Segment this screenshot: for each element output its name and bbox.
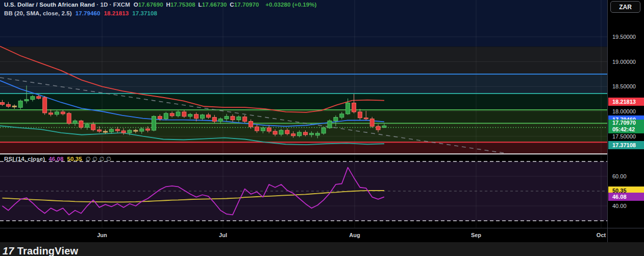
candle-body <box>304 132 308 135</box>
candle-body <box>12 106 16 107</box>
chart-canvas[interactable] <box>0 0 644 228</box>
bb-legend-row[interactable]: BB (20, SMA, close, 2.5)17.7946018.21813… <box>4 10 157 16</box>
candle-body <box>24 100 29 101</box>
rsi-params: (14, close) <box>16 156 45 162</box>
candle-body <box>85 124 89 127</box>
candle-body <box>273 131 277 134</box>
bb-upper-price-label: 18.21813 <box>608 98 644 106</box>
rsi-value-axis-label: 46.08 <box>608 193 644 201</box>
candle-body <box>6 104 10 106</box>
candle-body <box>334 118 338 121</box>
price-tick: 17.50000 <box>608 133 644 139</box>
candle-body <box>261 128 265 131</box>
price-axis[interactable]: 19.5000019.0000018.5000018.0000017.50000… <box>607 0 644 228</box>
candle-body <box>109 129 113 132</box>
time-label-jul: Jul <box>219 232 227 238</box>
rsi-tick: 40.00 <box>608 203 644 210</box>
bb-basis-value: 17.79460 <box>76 10 101 16</box>
symbol-legend-row[interactable]: U.S. Dollar / South African Rand · 1D · … <box>4 2 316 8</box>
candle-body <box>115 129 119 131</box>
bb-upper-value: 18.21813 <box>104 10 129 16</box>
bottom-toolbar: 17 TradingView <box>0 242 644 256</box>
candle-body <box>298 132 302 136</box>
candle-body <box>364 118 368 119</box>
ohlc-values: O17.67690 H17.75308 L17.66730 C17.70970 <box>134 2 262 8</box>
change-value: +0.03280 (+0.19%) <box>265 2 316 8</box>
symbol-title: U.S. Dollar / South African Rand <box>4 2 95 8</box>
candle-body <box>43 98 47 113</box>
time-label-sep: Sep <box>471 232 481 238</box>
candle-body <box>218 119 222 122</box>
bb-params: (20, SMA, close, 2.5) <box>14 10 72 16</box>
candle-body <box>91 124 95 130</box>
time-axis[interactable]: JunJulAugSepOct <box>0 228 644 242</box>
price-zone-2 <box>0 74 607 94</box>
rsi-tick: 60.00 <box>608 173 644 180</box>
candle-body <box>358 112 362 118</box>
candle-body <box>315 133 319 135</box>
candle-body <box>291 134 295 136</box>
candle-body <box>128 130 132 133</box>
candle-body <box>243 117 247 122</box>
candle-body <box>18 101 22 108</box>
candle-body <box>321 128 326 133</box>
candle-body <box>55 112 59 114</box>
price-zone-6 <box>0 142 607 154</box>
candle-body <box>206 115 210 118</box>
candle-body <box>267 128 271 131</box>
tradingview-logo-text: TradingView <box>17 245 79 256</box>
last-price-label: 17.7097005:42:42 <box>608 120 644 133</box>
candle-body <box>61 112 65 114</box>
rsi-value: 46.08 <box>48 156 63 162</box>
candle-body <box>285 130 289 134</box>
candle-body <box>194 114 199 119</box>
candle-body <box>249 121 253 127</box>
rsi-name: RSI <box>4 156 14 162</box>
candle-body <box>146 129 150 130</box>
candle-body <box>279 130 283 134</box>
axis-corner-divider <box>607 228 608 243</box>
candle-body <box>73 121 77 123</box>
candle-body <box>103 131 107 132</box>
tradingview-logo-icon: 17 <box>3 245 14 256</box>
rsi-empty-values: ∅ ∅ ∅ ∅ <box>86 156 111 162</box>
candle-body <box>121 131 126 133</box>
candle-body <box>328 121 332 128</box>
candle-body <box>346 103 350 113</box>
price-zone-1 <box>0 46 607 74</box>
bb-lower-price-label: 17.37108 <box>608 141 644 149</box>
time-label-jun: Jun <box>97 232 107 238</box>
candle-body <box>152 117 156 130</box>
price-zone-3 <box>0 94 607 110</box>
candle-body <box>158 117 162 119</box>
bb-lower-value: 17.37108 <box>132 10 157 16</box>
candle-body <box>1 102 5 104</box>
candle-body <box>201 115 205 119</box>
candle-body <box>31 97 35 100</box>
symbol-currency-button[interactable]: ZAR <box>610 1 640 13</box>
candle-body <box>37 97 41 99</box>
price-tick: 18.00000 <box>608 108 644 114</box>
candle-body <box>79 121 83 127</box>
rsi-legend-row[interactable]: RSI (14, close)46.0850.35∅ ∅ ∅ ∅ <box>4 155 111 162</box>
countdown-timer: 05:42:42 <box>612 126 644 133</box>
tradingview-logo[interactable]: 17 TradingView <box>3 245 78 256</box>
time-label-aug: Aug <box>349 232 360 238</box>
candle-body <box>352 103 356 112</box>
candle-body <box>237 117 241 120</box>
candle-body <box>225 117 229 119</box>
candle-body <box>67 113 71 123</box>
candle-body <box>134 130 138 131</box>
candle-body <box>212 118 216 122</box>
candle-body <box>340 114 344 118</box>
candle-body <box>97 130 102 131</box>
candle-body <box>255 127 259 131</box>
candle-body <box>231 117 235 120</box>
candle-body <box>309 133 313 135</box>
tradingview-chart-window: U.S. Dollar / South African Rand · 1D · … <box>0 0 644 256</box>
candle-body <box>49 113 53 114</box>
candle-body <box>182 112 186 117</box>
exchange-label: FXCM <box>113 2 130 8</box>
candle-body <box>164 113 168 119</box>
candle-body <box>170 113 174 116</box>
